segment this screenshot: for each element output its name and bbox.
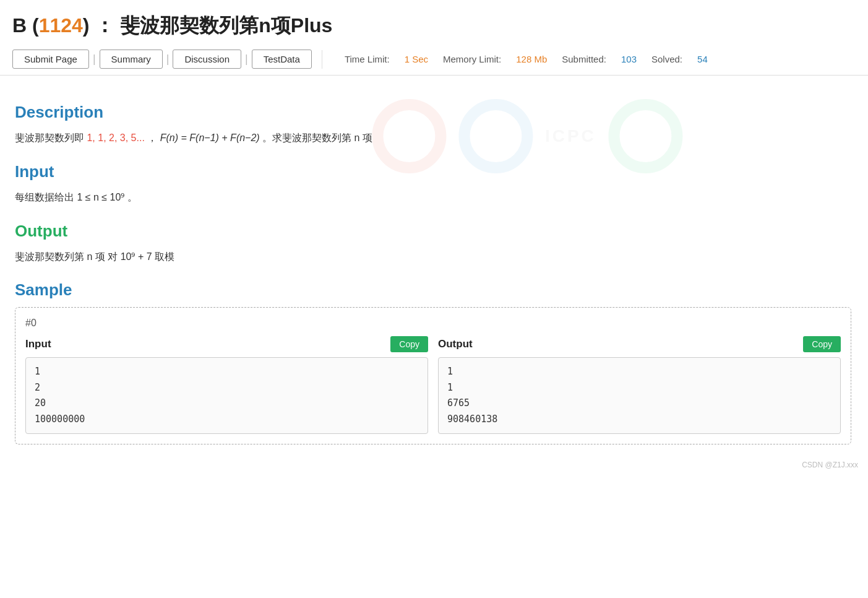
copy-input-button[interactable]: Copy bbox=[390, 336, 428, 352]
memory-limit-label: Memory Limit: bbox=[443, 54, 501, 64]
sample-row: Input Copy 1 2 20 100000000 Output Copy … bbox=[25, 336, 841, 434]
fib-sequence: 1, 1, 2, 3, 5... bbox=[87, 132, 144, 143]
page-title: B (1124) ： 斐波那契数列第n项Plus bbox=[12, 12, 856, 40]
sample-output-title: Output bbox=[438, 338, 473, 350]
desc-prefix: 斐波那契数列即 bbox=[15, 132, 84, 143]
sample-output-header: Output Copy bbox=[438, 336, 841, 352]
nav-divider-2: | bbox=[166, 53, 170, 66]
title-colon: ： bbox=[95, 14, 114, 37]
copy-output-button[interactable]: Copy bbox=[803, 336, 841, 352]
nav-divider-3: | bbox=[245, 53, 248, 66]
submitted-value: 103 bbox=[621, 54, 637, 64]
desc-middle: ， bbox=[147, 132, 157, 143]
sample-label: #0 bbox=[25, 318, 841, 329]
submit-page-button[interactable]: Submit Page bbox=[12, 50, 89, 69]
time-limit-value: 1 Sec bbox=[405, 54, 428, 64]
desc-suffix: 。求斐波那契数列第 n 项 bbox=[262, 132, 372, 143]
sample-input-header: Input Copy bbox=[25, 336, 428, 352]
title-number: 1124 bbox=[39, 14, 83, 37]
input-heading: Input bbox=[15, 162, 851, 181]
sample-heading: Sample bbox=[15, 280, 851, 300]
title-close-paren: ) bbox=[83, 14, 90, 37]
output-text: 斐波那契数列第 n 项 对 10⁹ + 7 取模 bbox=[15, 248, 851, 266]
output-heading: Output bbox=[15, 222, 851, 241]
sample-output-data: 1 1 6765 908460138 bbox=[438, 357, 841, 434]
summary-button[interactable]: Summary bbox=[100, 50, 163, 69]
title-b: B bbox=[12, 14, 27, 37]
time-limit-label: Time Limit: bbox=[345, 54, 390, 64]
main-content: Description 斐波那契数列即 1, 1, 2, 3, 5... ， F… bbox=[0, 76, 866, 457]
nav-row: Submit Page | Summary | Discussion | Tes… bbox=[12, 50, 856, 69]
sample-input-title: Input bbox=[25, 338, 51, 350]
memory-limit-value: 128 Mb bbox=[516, 54, 547, 64]
solved-label: Solved: bbox=[651, 54, 682, 64]
sample-output-col: Output Copy 1 1 6765 908460138 bbox=[438, 336, 841, 434]
sample-container: #0 Input Copy 1 2 20 100000000 Output Co… bbox=[15, 307, 851, 444]
input-text: 每组数据给出 1 ≤ n ≤ 10⁹ 。 bbox=[15, 189, 851, 207]
nav-meta-separator bbox=[322, 50, 322, 69]
nav-bar: Submit Page | Summary | Discussion | Tes… bbox=[12, 50, 312, 69]
sample-input-col: Input Copy 1 2 20 100000000 bbox=[25, 336, 428, 434]
sample-input-data: 1 2 20 100000000 bbox=[25, 357, 428, 434]
formula: F(n) = F(n−1) + F(n−2) bbox=[160, 132, 260, 143]
testdata-button[interactable]: TestData bbox=[252, 50, 312, 69]
nav-divider-1: | bbox=[93, 53, 96, 66]
submitted-label: Submitted: bbox=[562, 54, 606, 64]
title-open-paren: ( bbox=[32, 14, 39, 37]
footer-note: CSDN @Z1J.xxx bbox=[0, 457, 868, 473]
solved-value: 54 bbox=[697, 54, 708, 64]
discussion-button[interactable]: Discussion bbox=[173, 50, 241, 69]
meta-bar: Time Limit: 1 Sec Memory Limit: 128 Mb S… bbox=[345, 54, 708, 64]
title-cn: 斐波那契数列第n项Plus bbox=[120, 14, 332, 37]
description-text: 斐波那契数列即 1, 1, 2, 3, 5... ， F(n) = F(n−1)… bbox=[15, 129, 851, 147]
header: B (1124) ： 斐波那契数列第n项Plus Submit Page | S… bbox=[0, 0, 868, 76]
description-heading: Description bbox=[15, 103, 851, 122]
